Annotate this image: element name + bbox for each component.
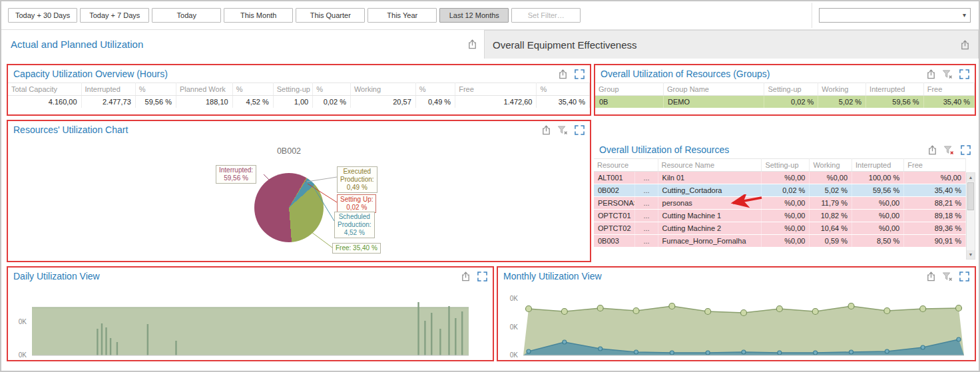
table-row[interactable]: ALT001...Kiln 01%0,00%0,00100,00 %%0,00: [594, 172, 966, 184]
column-header[interactable]: Resource: [594, 159, 658, 172]
range-button-this-month[interactable]: This Month: [224, 8, 293, 23]
expand-icon[interactable]: [574, 124, 585, 135]
cell: ALT001: [594, 172, 635, 184]
range-button-this-quarter[interactable]: This Quarter: [296, 8, 365, 23]
tab-actual-and-planned-utilization[interactable]: Actual and Planned Utilization: [1, 30, 484, 59]
column-header[interactable]: Interrupted: [852, 159, 904, 172]
expand-icon[interactable]: [959, 69, 969, 79]
cell: 0,02 %: [762, 184, 810, 197]
table-row[interactable]: 0B003...Furnace_Horno_Fornalha%0,000,59 …: [594, 235, 966, 248]
expand-icon[interactable]: [477, 271, 487, 281]
pie-chart-title: 0B002: [242, 146, 336, 156]
export-icon[interactable]: [460, 271, 471, 281]
cell: 59,56 %: [866, 96, 924, 108]
filter-icon[interactable]: [942, 69, 953, 79]
export-icon[interactable]: [541, 124, 551, 135]
cell: 1.472,60: [455, 96, 537, 108]
toolbar-divider: [812, 3, 812, 28]
column-header[interactable]: %: [537, 83, 590, 96]
tab-overall-equipment-effectiveness[interactable]: Overall Equipment Effectiveness: [484, 30, 979, 59]
scroll-down-icon[interactable]: ▼: [967, 250, 975, 259]
column-header[interactable]: Group: [595, 83, 664, 96]
chevron-down-icon[interactable]: ▾: [963, 11, 966, 19]
column-header[interactable]: Working: [810, 159, 852, 172]
report-dropdown[interactable]: ▾: [819, 8, 971, 23]
export-icon[interactable]: [557, 69, 568, 79]
clear-filter-icon[interactable]: [943, 144, 954, 155]
column-header[interactable]: Interrupted: [866, 83, 924, 96]
cell: 20,57: [350, 96, 415, 108]
panel-utilization-groups: Overall Utilization of Resources (Groups…: [594, 64, 976, 116]
dashboard-root: Today + 30 DaysToday + 7 DaysTodayThis M…: [0, 0, 980, 372]
column-header[interactable]: %: [415, 83, 455, 96]
cell: %0,00: [762, 235, 810, 248]
column-header[interactable]: %: [313, 83, 351, 96]
range-button-last-12-months[interactable]: Last 12 Months: [439, 8, 509, 23]
column-header[interactable]: Interrupted: [81, 83, 135, 96]
column-header[interactable]: Setting-up: [273, 83, 312, 96]
table-row[interactable]: PERSONAS...personas%0,0011,79 %%0,0088,2…: [594, 197, 966, 210]
cell: 0,49 %: [415, 96, 455, 108]
cell: 0B003: [594, 235, 635, 248]
column-header[interactable]: Working: [818, 83, 866, 96]
column-header[interactable]: Working: [350, 83, 415, 96]
column-header[interactable]: %: [135, 83, 176, 96]
cell: 0,02 %: [313, 96, 351, 108]
cell: Cutting Machine 2: [658, 222, 762, 235]
range-button-today-30-days[interactable]: Today + 30 Days: [8, 8, 77, 23]
expand-icon[interactable]: [960, 144, 971, 155]
cell: ...: [635, 184, 658, 197]
column-header[interactable]: Free: [455, 83, 537, 96]
filter-icon[interactable]: [942, 271, 953, 281]
pie-label-setting-up: Setting Up:0,02 %: [337, 194, 376, 213]
capacity-table: Total CapacityInterrupted%Planned Work%S…: [8, 83, 590, 108]
column-header[interactable]: Free: [904, 159, 966, 172]
export-icon[interactable]: [927, 144, 937, 155]
table-row[interactable]: 0B002...Cutting_Cortadora0,02 %5,02 %59,…: [594, 184, 966, 197]
column-header[interactable]: Free: [923, 83, 974, 96]
table-row[interactable]: 4.160,002.477,7359,56 %188,104,52 %1,000…: [8, 96, 590, 108]
cell: ...: [635, 222, 658, 235]
scroll-up-icon[interactable]: ▲: [967, 173, 975, 182]
panel-title: Overall Utilization of Resources: [599, 144, 729, 155]
table-row[interactable]: OPTCT02...Cutting Machine 2%0,0010,64 %%…: [594, 222, 966, 235]
column-header[interactable]: Resource Name: [658, 159, 762, 172]
cell: 88,21 %: [904, 197, 966, 210]
panel-resources-utilization-chart: Resources' Utilization Chart 0B002 Inter…: [7, 120, 591, 262]
cell: ...: [635, 235, 658, 248]
range-button-this-year[interactable]: This Year: [368, 8, 437, 23]
vertical-scrollbar[interactable]: ▲ ▼: [966, 172, 975, 260]
column-header[interactable]: Planned Work: [176, 83, 232, 96]
export-icon[interactable]: [959, 39, 970, 50]
panel-title: Monthly Utilization View: [503, 271, 602, 281]
range-button-today[interactable]: Today: [152, 8, 221, 23]
range-button-today-7-days[interactable]: Today + 7 Days: [80, 8, 149, 23]
table-row[interactable]: OPTCT01...Cutting Machine 1%0,0010,82 %%…: [594, 210, 966, 222]
column-header[interactable]: Setting-up: [762, 159, 810, 172]
cell: %0,00: [852, 197, 904, 210]
svg-text:0K: 0K: [510, 323, 519, 331]
column-header[interactable]: %: [232, 83, 273, 96]
cell: 100,00 %: [852, 172, 904, 184]
cell: 0,02 %: [764, 96, 818, 108]
column-header[interactable]: Total Capacity: [8, 83, 81, 96]
svg-text:0K: 0K: [19, 318, 27, 325]
table-row[interactable]: 0BDEMO0,02 %5,02 %59,56 %35,40 %: [595, 96, 975, 108]
cell: 4.160,00: [8, 96, 81, 108]
export-icon[interactable]: [467, 39, 477, 50]
cell: 35,40 %: [537, 96, 590, 108]
column-header[interactable]: Group Name: [664, 83, 764, 96]
cell: ...: [635, 210, 658, 222]
range-button-set-filter-[interactable]: Set Filter…: [511, 8, 581, 23]
scrollbar-thumb[interactable]: [967, 182, 974, 210]
active-tab-title: Actual and Planned Utilization: [11, 39, 143, 50]
export-icon[interactable]: [925, 271, 936, 281]
expand-icon[interactable]: [574, 69, 585, 79]
cell: 0,59 %: [810, 235, 852, 248]
filter-icon[interactable]: [557, 124, 568, 135]
cell: 1,00: [273, 96, 312, 108]
column-header[interactable]: Setting-up: [764, 83, 818, 96]
expand-icon[interactable]: [959, 271, 969, 281]
export-icon[interactable]: [925, 69, 936, 79]
cell: 90,91 %: [904, 235, 966, 248]
